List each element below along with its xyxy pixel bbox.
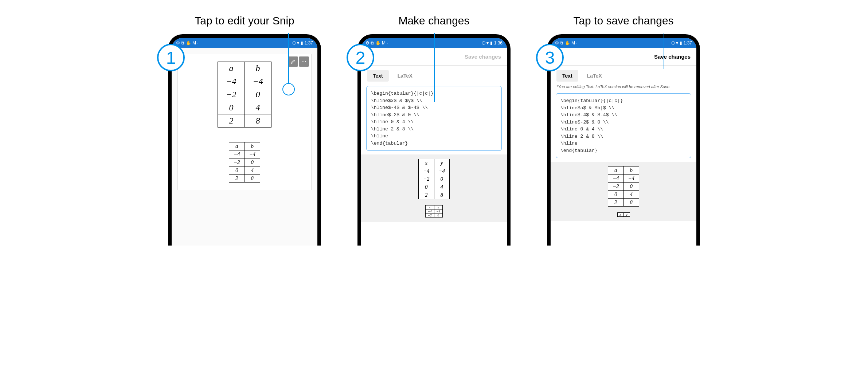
snip-toolbar: ⋯ — [288, 56, 309, 67]
step-2: Make changes 2 ⚙ ⧉ ✋ M · ⬡ ▾ ▮ 1:36 ✕ Sa… — [350, 15, 518, 246]
code-editor[interactable]: \begin{tabular}{|c|c|} \hline$a$ & $b|$ … — [556, 93, 691, 158]
step-1-label: Tap to edit your Snip — [195, 15, 294, 27]
status-left-icons: ⚙ ⧉ ✋ M · — [176, 40, 199, 46]
preview-area: ab −4−4 −20 04 28 xy — [551, 162, 696, 221]
edit-warning: *You are editing Text. LaTeX version wil… — [551, 85, 696, 92]
callout-line-2 — [434, 33, 435, 102]
step-2-label: Make changes — [398, 15, 469, 27]
status-right: ⬡ ▾ ▮ 1:36 — [482, 40, 503, 46]
step-1: Tap to edit your Snip 1 ⚙ ⧉ ✋ M · ⬡ ▾ ▮ … — [161, 15, 328, 246]
app-bar: ✕ Save changes — [551, 48, 696, 66]
status-right-icons: ⬡ ▾ ▮ — [671, 40, 682, 46]
callout-line-1 — [288, 33, 289, 84]
status-right-icons: ⬡ ▾ ▮ — [292, 40, 303, 46]
status-left-icons: ⚙ ⧉ ✋ M · — [555, 40, 578, 46]
status-right: ⬡ ▾ ▮ 1:37 — [671, 40, 692, 46]
snip-view: ⋯ ab −4−4 −20 04 28 ab −4−4 −20 04 — [172, 48, 317, 246]
preview-table-ab: ab −4−4 −20 04 28 — [608, 166, 639, 207]
tabs: Text LaTeX — [551, 66, 696, 85]
status-time: 1:37 — [305, 40, 313, 46]
tab-text[interactable]: Text — [556, 70, 578, 82]
step-2-badge: 2 — [347, 44, 374, 71]
phone-3: ⚙ ⧉ ✋ M · ⬡ ▾ ▮ 1:37 ✕ Save changes Text… — [547, 34, 700, 246]
preview-table-xy-tiny: xy −4−4 −20 — [425, 205, 443, 217]
status-left-icons: ⚙ ⧉ ✋ M · — [365, 40, 388, 46]
preview-table-xy: xy −4−4 −20 04 28 — [418, 159, 450, 199]
edit-icon — [290, 59, 296, 64]
status-time: 1:37 — [684, 40, 692, 46]
status-time: 1:36 — [494, 40, 503, 46]
callout-circle-1 — [282, 83, 295, 95]
edit-button[interactable] — [288, 56, 298, 67]
status-right: ⬡ ▾ ▮ 1:37 — [292, 40, 313, 46]
step-3-label: Tap to save changes — [573, 15, 673, 27]
step-3-badge: 3 — [536, 44, 564, 71]
step-1-badge: 1 — [157, 44, 185, 71]
preview-area: xy −4−4 −20 04 28 xy −4−4 −20 — [361, 154, 507, 222]
tab-latex[interactable]: LaTeX — [581, 70, 608, 82]
more-icon: ⋯ — [301, 59, 306, 64]
step-3: Tap to save changes 3 ⚙ ⧉ ✋ M · ⬡ ▾ ▮ 1:… — [540, 15, 707, 246]
callout-line-3 — [664, 33, 664, 69]
tab-latex[interactable]: LaTeX — [392, 70, 418, 82]
preview-table-small: ab −4−4 −20 04 28 — [229, 142, 260, 183]
phone-1: ⚙ ⧉ ✋ M · ⬡ ▾ ▮ 1:37 ⋯ — [168, 34, 321, 246]
preview-table-large: ab −4−4 −20 04 28 — [218, 62, 271, 128]
preview-table-xy-tiny: xy — [617, 212, 630, 217]
more-button[interactable]: ⋯ — [299, 56, 309, 67]
status-bar: ⚙ ⧉ ✋ M · ⬡ ▾ ▮ 1:37 — [172, 38, 317, 48]
save-button[interactable]: Save changes — [654, 54, 691, 60]
save-button[interactable]: Save changes — [465, 54, 501, 60]
status-right-icons: ⬡ ▾ ▮ — [482, 40, 493, 46]
tab-text[interactable]: Text — [367, 70, 389, 82]
snip-card: ⋯ ab −4−4 −20 04 28 ab −4−4 −20 04 — [177, 54, 312, 190]
status-bar: ⚙ ⧉ ✋ M · ⬡ ▾ ▮ 1:37 — [551, 38, 696, 48]
